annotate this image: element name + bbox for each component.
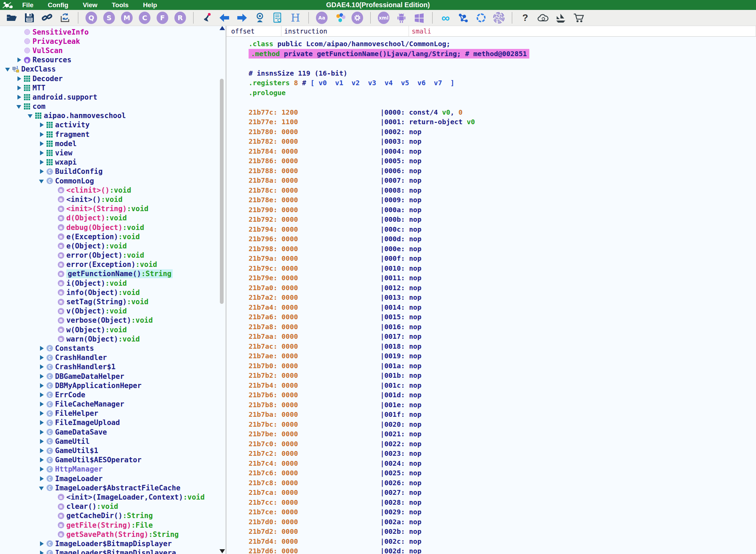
tree-item-verbose-object[interactable]: mverbose(Object):void [0, 316, 219, 325]
tree-item-getfunctionname[interactable]: mgetFunctionName():String [0, 269, 219, 279]
expand-down-icon[interactable] [27, 113, 33, 118]
expand-right-icon[interactable] [16, 94, 22, 100]
tree-item-getfile-string[interactable]: mgetFile(String):File [0, 520, 219, 530]
tree-item-dbmyapplicationheper[interactable]: CDBMyApplicationHeper [0, 381, 219, 390]
expand-down-icon[interactable] [39, 485, 44, 491]
expand-right-icon[interactable] [39, 169, 44, 174]
tree-item-gameutil-aesoperator[interactable]: CGameUtil$AESOperator [0, 455, 219, 465]
menu-file[interactable]: File [15, 1, 41, 9]
field-search-icon[interactable]: F [154, 11, 171, 25]
link-icon[interactable] [38, 11, 56, 25]
expand-down-icon[interactable] [39, 178, 44, 184]
cart-icon[interactable] [570, 11, 587, 25]
scroll-down-arrow-icon[interactable] [220, 549, 225, 553]
share-graph-icon[interactable] [454, 11, 472, 25]
tree-item-settag-string[interactable]: msetTag(String):void [0, 297, 219, 306]
help-icon[interactable]: ? [516, 11, 534, 25]
tree-item-getcachedir[interactable]: mgetCacheDir():String [0, 511, 219, 520]
expand-right-icon[interactable] [39, 141, 44, 146]
class-search-icon[interactable]: C [136, 11, 154, 25]
windows-icon[interactable] [410, 11, 428, 25]
expand-right-icon[interactable] [39, 364, 44, 370]
save-icon[interactable] [21, 11, 38, 25]
tree-item-android-support[interactable]: android.support [0, 92, 219, 102]
tree-item-wxapi[interactable]: wxapi [0, 158, 219, 167]
tree-item-w-object[interactable]: mw(Object):void [0, 325, 219, 334]
expand-right-icon[interactable] [39, 420, 44, 425]
tree-item-init[interactable]: m<init>():void [0, 195, 219, 204]
expand-right-icon[interactable] [39, 541, 44, 546]
column-header-smali[interactable]: smali [409, 26, 756, 36]
tree-item-clear[interactable]: mclear():void [0, 502, 219, 511]
tree-item-filehelper[interactable]: CFileHelper [0, 409, 219, 418]
tree-item-httpmanager[interactable]: CHttpManager [0, 465, 219, 474]
settings-gear-icon[interactable] [348, 11, 366, 25]
expand-down-icon[interactable] [16, 104, 22, 109]
disassembly-listing[interactable]: .class public Lcom/aipao/hanmoveschool/C… [226, 36, 756, 554]
tree-item-init-imageloader-context[interactable]: m<init>(ImageLoader,Context):void [0, 492, 219, 502]
expand-right-icon[interactable] [16, 57, 22, 63]
tree-item-decoder[interactable]: Decoder [0, 74, 219, 83]
rename-icon[interactable]: Aa [313, 11, 331, 25]
tree-item-privacyleak[interactable]: PrivacyLeak [0, 37, 219, 46]
tree-item-d-object[interactable]: md(Object):void [0, 214, 219, 223]
tree-item-dbgamedatahelper[interactable]: CDBGameDataHelper [0, 372, 219, 381]
column-header-offset[interactable]: offset [228, 26, 281, 36]
expand-right-icon[interactable] [39, 159, 44, 165]
tree-item-errcode[interactable]: CErrCode [0, 390, 219, 399]
expand-right-icon[interactable] [39, 457, 44, 463]
tree-item-warn-object[interactable]: mwarn(Object):void [0, 334, 219, 344]
tree-item-activity[interactable]: activity [0, 120, 219, 130]
menu-tools[interactable]: Tools [105, 1, 136, 9]
ref-search-icon[interactable]: R [171, 11, 189, 25]
tree-item-view[interactable]: view [0, 148, 219, 157]
expand-right-icon[interactable] [39, 476, 44, 481]
tree-item-imageloader[interactable]: CImageLoader [0, 474, 219, 483]
tree-scrollbar[interactable] [219, 26, 225, 554]
expand-right-icon[interactable] [39, 429, 44, 435]
search-q-icon[interactable]: Q [82, 11, 100, 25]
menu-view[interactable]: View [76, 1, 105, 9]
tree-item-com[interactable]: com [0, 102, 219, 111]
tree-item-imageloader-abstractfilecache[interactable]: CImageLoader$AbstractFileCache [0, 483, 219, 492]
menu-help[interactable]: Help [136, 1, 164, 9]
expand-right-icon[interactable] [39, 466, 44, 472]
tree-item-sensitiveinfo[interactable]: SensitiveInfo [0, 27, 219, 37]
report-icon[interactable] [269, 11, 287, 25]
forward-icon[interactable] [233, 11, 251, 25]
method-search-icon[interactable]: M [118, 11, 136, 25]
tree-item-gameutil[interactable]: CGameUtil [0, 437, 219, 446]
expand-right-icon[interactable] [39, 411, 44, 416]
expand-right-icon[interactable] [39, 550, 44, 554]
tree-item-aipao-hanmoveschool[interactable]: aipao.hanmoveschool [0, 111, 219, 120]
tree-item-fragment[interactable]: fragment [0, 130, 219, 139]
tree-item-clinit[interactable]: m<clinit>():void [0, 185, 219, 195]
tree-item-commonlog[interactable]: CCommonLog [0, 176, 219, 185]
expand-right-icon[interactable] [39, 439, 44, 444]
tree-item-model[interactable]: model [0, 139, 219, 148]
expand-right-icon[interactable] [39, 122, 44, 128]
infinity-icon[interactable]: ∞ [437, 11, 454, 25]
tree-item-debug-object[interactable]: mdebug(Object):void [0, 223, 219, 232]
expand-right-icon[interactable] [39, 150, 44, 156]
tree-item-error-exception[interactable]: merror(Exception):void [0, 260, 219, 269]
tree-item-dexclass[interactable]: JDexClass [0, 65, 219, 74]
tree-item-vulscan[interactable]: VulScan [0, 46, 219, 55]
android-icon[interactable] [393, 11, 410, 25]
tree-item-info-object[interactable]: minfo(Object):void [0, 288, 219, 297]
tree-item-init-string[interactable]: m<init>(String):void [0, 204, 219, 214]
fingerprint-icon[interactable] [490, 11, 508, 25]
expand-right-icon[interactable] [39, 355, 44, 360]
tree-item-crashhandler-1[interactable]: CCrashHandler$1 [0, 362, 219, 372]
string-search-icon[interactable]: S [100, 11, 118, 25]
tree-item-crashhandler[interactable]: CCrashHandler [0, 353, 219, 362]
user-icon[interactable] [251, 11, 269, 25]
tree-item-mtt[interactable]: MTT [0, 83, 219, 92]
tree-item-gamedatasave[interactable]: CGameDataSave [0, 427, 219, 437]
tree-item-error-object[interactable]: merror(Object):void [0, 251, 219, 260]
expand-down-icon[interactable] [5, 66, 10, 72]
expand-right-icon[interactable] [39, 132, 44, 137]
dashed-circle-icon[interactable] [472, 11, 490, 25]
tree-item-constants[interactable]: CConstants [0, 344, 219, 353]
refresh-icon[interactable] [56, 11, 74, 25]
